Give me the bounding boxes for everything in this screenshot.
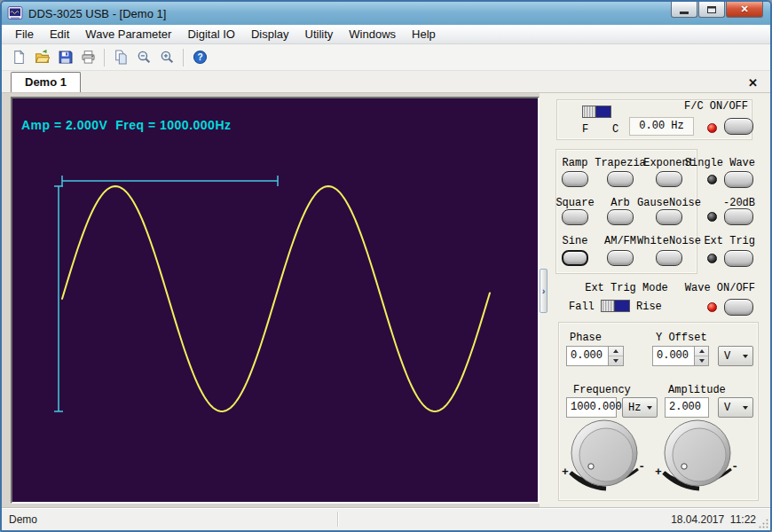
yoffset-spinner[interactable] bbox=[695, 346, 709, 366]
wave-onoff-label: Wave ON/OFF bbox=[685, 282, 755, 294]
phase-spin-down[interactable] bbox=[609, 356, 623, 365]
save-button[interactable] bbox=[53, 47, 76, 68]
menu-edit[interactable]: Edit bbox=[42, 26, 77, 43]
open-button[interactable] bbox=[30, 47, 53, 68]
wave-button-trapezia[interactable] bbox=[607, 171, 634, 187]
splitter-arrow-icon: › bbox=[542, 286, 546, 296]
zoom-in-button[interactable] bbox=[155, 47, 178, 68]
fc-onoff-button[interactable] bbox=[724, 118, 753, 135]
phase-spin-up[interactable] bbox=[609, 347, 623, 356]
wave-onoff-button[interactable] bbox=[724, 299, 753, 316]
panel-splitter[interactable]: › bbox=[540, 269, 547, 313]
spin-down-icon bbox=[699, 359, 705, 363]
maximize-button[interactable] bbox=[698, 2, 725, 18]
menu-bar: File Edit Wave Parameter Digital IO Disp… bbox=[2, 25, 770, 44]
menu-file[interactable]: File bbox=[7, 26, 42, 43]
dropdown-arrow-icon bbox=[647, 406, 652, 410]
fc-f-label: F bbox=[582, 123, 588, 136]
resize-grip-icon[interactable] bbox=[758, 518, 769, 529]
minimize-button[interactable] bbox=[671, 2, 697, 18]
fc-readout: 0.00 Hz bbox=[629, 117, 694, 136]
rise-label: Rise bbox=[636, 301, 662, 313]
wave-button-exponent[interactable] bbox=[656, 171, 682, 187]
wave-button-ramp[interactable] bbox=[562, 171, 588, 187]
menu-help[interactable]: Help bbox=[404, 26, 444, 43]
wave-button-arb[interactable] bbox=[607, 209, 634, 225]
frequency-unit-select[interactable]: Hz bbox=[622, 397, 658, 418]
ext-trig-mode-title: Ext Trig Mode bbox=[573, 282, 680, 294]
status-mode: Demo bbox=[2, 513, 37, 526]
window-title: DDS-3025 USB - [Demo 1] bbox=[28, 7, 166, 20]
toolbar-separator bbox=[104, 49, 105, 66]
tab-demo1[interactable]: Demo 1 bbox=[11, 72, 81, 92]
frequency-input[interactable]: 1000.000 bbox=[566, 397, 617, 418]
frequency-label: Frequency bbox=[573, 384, 631, 396]
status-separator bbox=[337, 512, 338, 527]
wave-annotation: Amp = 2.000V Freq = 1000.000Hz bbox=[21, 118, 232, 132]
open-folder-icon bbox=[35, 50, 50, 65]
amplitude-knob[interactable]: + - bbox=[655, 418, 740, 499]
yoffset-spin-up[interactable] bbox=[695, 347, 708, 356]
wave-button-sine[interactable] bbox=[562, 250, 588, 266]
phase-spinner[interactable] bbox=[609, 346, 624, 366]
ext-trig-button[interactable] bbox=[724, 250, 753, 267]
trig-slider-handle[interactable] bbox=[602, 301, 615, 311]
status-datetime: 18.04.2017 11:22 bbox=[671, 513, 756, 526]
fc-slider[interactable] bbox=[582, 106, 611, 118]
toolbar-separator bbox=[183, 49, 184, 66]
frequency-unit-value: Hz bbox=[628, 402, 641, 414]
help-icon: ? bbox=[193, 50, 208, 65]
wave-button-whitenoise[interactable] bbox=[656, 250, 682, 266]
save-icon bbox=[58, 50, 73, 65]
amplitude-input[interactable]: 2.000 bbox=[665, 397, 709, 418]
maximize-icon bbox=[707, 6, 716, 13]
tab-bar: Demo 1 ✕ bbox=[2, 71, 770, 93]
help-button[interactable]: ? bbox=[188, 47, 211, 68]
close-icon: ✕ bbox=[740, 4, 748, 15]
tab-close-icon[interactable]: ✕ bbox=[748, 77, 758, 89]
zoom-in-icon bbox=[160, 50, 175, 65]
trig-mode-slider[interactable] bbox=[601, 300, 630, 312]
fc-slider-handle[interactable] bbox=[583, 106, 596, 117]
sine-wave-path bbox=[62, 186, 490, 411]
phase-input[interactable]: 0.000 bbox=[566, 346, 609, 366]
amplitude-unit-select[interactable]: V bbox=[718, 397, 753, 418]
minus20db-button[interactable] bbox=[724, 208, 753, 225]
zoom-out-button[interactable] bbox=[132, 47, 155, 68]
wave-label-gausenoise: GauseNoise bbox=[625, 197, 713, 209]
menu-wave-parameter[interactable]: Wave Parameter bbox=[77, 26, 179, 43]
yoffset-unit-value: V bbox=[724, 350, 730, 363]
toolbar: ? bbox=[2, 44, 770, 71]
yoffset-spin-down[interactable] bbox=[695, 356, 708, 365]
dropdown-arrow-icon bbox=[743, 406, 748, 410]
ext-trig-led bbox=[707, 254, 717, 263]
status-bar: Demo 18.04.2017 11:22 bbox=[2, 507, 770, 530]
ext-trig-label: Ext Trig bbox=[704, 235, 755, 247]
yoffset-unit-select[interactable]: V bbox=[718, 346, 753, 366]
menu-utility[interactable]: Utility bbox=[297, 26, 342, 43]
fc-group: F C 0.00 Hz F/C ON/OFF bbox=[556, 99, 752, 140]
fall-label: Fall bbox=[569, 301, 595, 313]
print-button[interactable] bbox=[76, 47, 99, 68]
fc-slider-track bbox=[596, 106, 611, 117]
knob-plus-label: + bbox=[655, 466, 662, 479]
new-button[interactable] bbox=[7, 47, 30, 68]
wave-label-whitenoise: WhiteNoise bbox=[625, 235, 713, 247]
menu-display[interactable]: Display bbox=[243, 26, 297, 43]
phase-label: Phase bbox=[570, 332, 602, 344]
menu-digital-io[interactable]: Digital IO bbox=[179, 26, 242, 43]
wave-button-amfm[interactable] bbox=[607, 250, 634, 266]
close-button[interactable]: ✕ bbox=[726, 2, 763, 18]
knob-minus-label: - bbox=[731, 460, 738, 473]
frequency-knob[interactable]: + - bbox=[562, 418, 647, 499]
copy-button[interactable] bbox=[109, 47, 132, 68]
wave-button-square[interactable] bbox=[562, 209, 588, 225]
yoffset-input[interactable]: 0.000 bbox=[652, 346, 695, 366]
print-icon bbox=[81, 50, 96, 65]
single-wave-button[interactable] bbox=[724, 171, 753, 188]
knob-minus-label: - bbox=[638, 460, 645, 473]
wave-button-gausenoise[interactable] bbox=[656, 209, 682, 225]
copy-icon bbox=[114, 50, 129, 65]
menu-windows[interactable]: Windows bbox=[341, 26, 404, 43]
waveform-svg bbox=[12, 98, 538, 502]
